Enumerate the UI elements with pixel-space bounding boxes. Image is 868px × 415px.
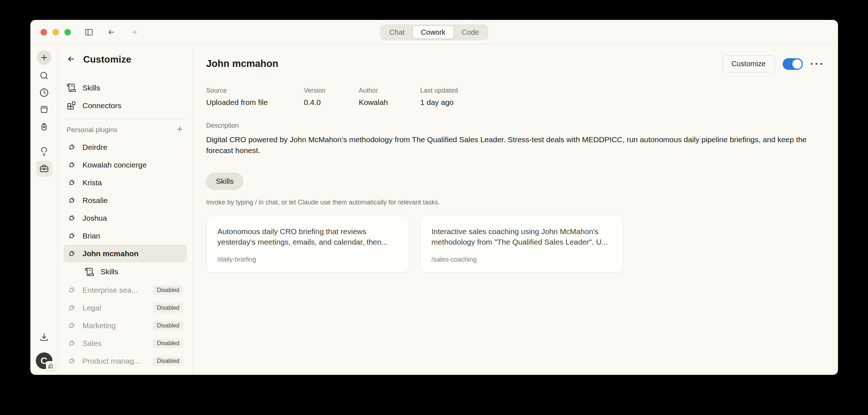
plugin-item[interactable]: Kowalah concierge [64, 156, 187, 174]
more-options-icon[interactable] [811, 63, 822, 65]
plug-icon [67, 356, 76, 365]
tab-code[interactable]: Code [454, 26, 487, 39]
blocks-icon [67, 101, 76, 110]
plugin-enabled-toggle[interactable] [783, 58, 803, 70]
skill-description: Autonomous daily CRO briefing that revie… [217, 226, 398, 248]
search-icon[interactable] [36, 68, 52, 84]
plugin-name: Rosalie [82, 196, 108, 205]
meta-value: 0.4.0 [304, 98, 359, 107]
skill-command: /sales-coaching [431, 256, 612, 263]
plugin-name: Kowalah concierge [82, 161, 146, 169]
plugin-name: Krista [82, 178, 102, 187]
plug-icon [67, 231, 76, 240]
plug-icon [67, 213, 76, 223]
minimize-window-button[interactable] [52, 29, 59, 35]
customize-panel: Customize Skills Connectors Personal plu… [58, 45, 193, 375]
plugin-item-disabled[interactable]: Legal Disabled [64, 299, 187, 317]
plug-icon [67, 303, 76, 312]
plugin-item-selected[interactable]: John mcmahon [64, 245, 187, 262]
meta-value: Kowalah [359, 98, 420, 107]
scroll-icon [67, 83, 76, 93]
plugin-item-disabled[interactable]: Enterprise sea... Disabled [64, 281, 187, 299]
disabled-badge: Disabled [153, 339, 183, 348]
skill-description: Interactive sales coaching using John Mc… [431, 226, 612, 248]
title-bar: Chat Cowork Code [30, 20, 838, 45]
traffic-lights [41, 29, 71, 35]
meta-label: Author [359, 87, 420, 94]
meta-label: Last updated [420, 87, 458, 94]
plugin-name: John mcmahon [82, 249, 139, 258]
plugin-item-disabled[interactable]: Sales Disabled [64, 334, 187, 352]
meta-value: 1 day ago [420, 98, 458, 107]
plugin-name: Enterprise sea... [82, 286, 138, 295]
plug-icon [67, 249, 76, 258]
sidebar-toggle-icon[interactable] [84, 28, 94, 37]
plug-icon [67, 339, 76, 348]
panel-back-icon[interactable] [66, 54, 77, 65]
history-icon[interactable] [36, 85, 52, 101]
plug-icon [67, 285, 76, 295]
ideas-icon[interactable] [36, 144, 52, 160]
app-window: Chat Cowork Code [30, 20, 838, 375]
meta-value: Uploaded from file [206, 98, 304, 107]
zoom-window-button[interactable] [64, 29, 71, 35]
plugin-name: Brian [82, 232, 100, 240]
mode-switcher: Chat Cowork Code [380, 24, 489, 40]
disabled-badge: Disabled [153, 321, 183, 330]
plugin-item[interactable]: Deirdre [64, 138, 187, 156]
plugin-name: Joshua [82, 214, 107, 223]
skill-command: /daily-briefing [217, 256, 398, 263]
tab-chat[interactable]: Chat [382, 26, 413, 39]
plugin-name: Deirdre [82, 143, 107, 152]
description-label: Description [206, 122, 822, 130]
plugin-subitem-skills[interactable]: Skills [64, 262, 187, 281]
plugin-item[interactable]: Brian [64, 227, 187, 245]
description-text: Digital CRO powered by John McMahon’s me… [206, 134, 822, 156]
plugin-item[interactable]: Joshua [64, 209, 187, 227]
plugins-toolbox-icon[interactable] [36, 161, 52, 177]
plug-icon [67, 143, 76, 152]
panel-title: Customize [83, 54, 131, 65]
meta-label: Source [206, 87, 304, 94]
subitem-label: Skills [101, 267, 118, 276]
sidebar-item-skills[interactable]: Skills [64, 79, 187, 97]
skill-card[interactable]: Autonomous daily CRO briefing that revie… [206, 216, 409, 272]
plugin-item[interactable]: Rosalie [64, 191, 187, 209]
plugin-name: Legal [82, 304, 101, 312]
new-chat-button[interactable] [37, 50, 51, 65]
plugin-item-disabled[interactable]: Product manag... Disabled [64, 352, 187, 370]
plugin-item-disabled[interactable]: Marketing Disabled [64, 317, 187, 334]
plug-icon [67, 196, 76, 205]
back-arrow-icon[interactable] [106, 28, 116, 37]
organization-badge-icon [46, 361, 55, 370]
scroll-icon [85, 267, 94, 277]
page-title: John mcmahon [206, 58, 723, 69]
account-avatar[interactable]: C [36, 352, 52, 369]
section-label: Personal plugins [67, 126, 175, 134]
disabled-badge: Disabled [153, 356, 183, 366]
meta-label: Version [304, 87, 359, 94]
divider [65, 119, 186, 119]
close-window-button[interactable] [41, 29, 47, 35]
customize-button[interactable]: Customize [723, 55, 775, 72]
add-plugin-button[interactable] [175, 125, 184, 135]
tab-skills[interactable]: Skills [206, 173, 243, 190]
plugin-name: Sales [82, 339, 102, 348]
plugin-item[interactable]: Krista [64, 174, 187, 191]
tab-cowork[interactable]: Cowork [413, 26, 454, 39]
plugin-name: Product manag... [82, 357, 140, 365]
tasks-icon[interactable] [36, 119, 52, 135]
invoke-hint: Invoke by typing / in chat, or let Claud… [206, 199, 822, 206]
plugin-detail: John mcmahon Customize Source Uploaded f… [193, 45, 838, 375]
plug-icon [67, 160, 76, 169]
plug-icon [67, 178, 76, 187]
sidebar-item-label: Connectors [82, 101, 121, 110]
projects-icon[interactable] [36, 102, 52, 118]
sidebar-item-connectors[interactable]: Connectors [64, 97, 187, 114]
skill-card[interactable]: Interactive sales coaching using John Mc… [420, 216, 624, 272]
disabled-badge: Disabled [153, 285, 183, 295]
sidebar-item-label: Skills [82, 84, 100, 92]
plugin-meta: Source Uploaded from file Version 0.4.0 … [206, 87, 822, 107]
forward-arrow-icon[interactable] [129, 28, 139, 37]
download-icon[interactable] [36, 329, 52, 345]
